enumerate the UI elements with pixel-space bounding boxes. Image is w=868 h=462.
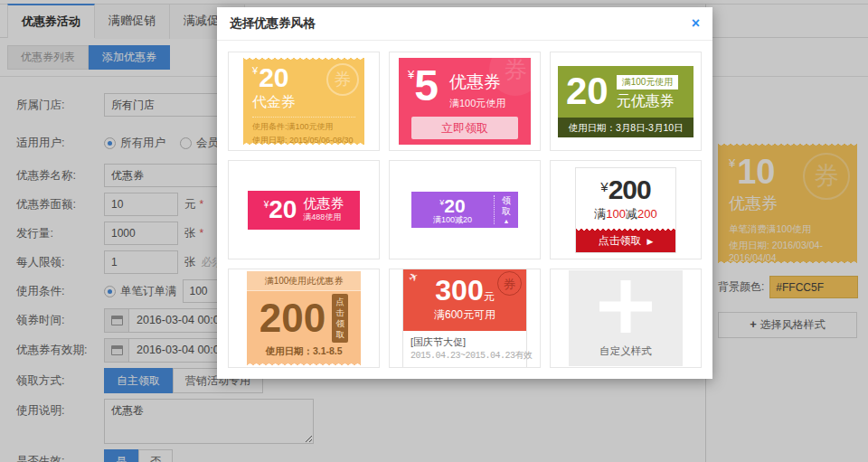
coupon-condition: 满100减20 [411,216,494,224]
coupon-condition-badge: 满100元使用 [617,75,679,90]
coupon-style-card-rose[interactable]: ¥ 20 优惠券 满488使用 [228,160,380,259]
coupon-style-card-purple[interactable]: ¥20 满100减20 领取 ▲ [389,160,541,259]
coupon-white-red: ¥200 满100减200 点击领取▶ [575,167,676,253]
event-label: [国庆节大促] [410,335,519,349]
click-claim-button[interactable]: 点击领取▶ [576,229,675,252]
modal-header: 选择优惠券风格 × [217,7,712,41]
coupon-style-card-orange[interactable]: 满100使用此优惠券 200 点击领取 使用日期：3.1-8.5 [228,269,380,368]
modal-title: 选择优惠券风格 [230,15,316,32]
currency-symbol: ¥ [252,65,258,76]
custom-style-tile: 自定义样式 [569,270,683,366]
amount-value: 5 [414,66,439,106]
coupon-olive: 20 满100元使用 元优惠券 使用日期：3月8日-3月10日 [558,66,693,137]
amount-value: 20 [566,72,609,110]
coupon-rose: ¥ 20 优惠券 满488使用 [248,191,360,230]
coupon-pink: 券 ¥ 5 优惠券 满100元使用 立即领取 [399,58,531,145]
coupon-style-grid: ¥20 代金券 使用条件:满100元使用 使用日期: 2015/05/06-08… [217,41,712,379]
coupon-name: 元优惠券 [617,92,679,111]
coupon-condition: 满488使用 [303,212,344,223]
amount-value: 20 [269,197,297,222]
coupon-gold: ¥20 代金券 使用条件:满100元使用 使用日期: 2015/05/06-08… [243,58,364,145]
coupon-style-card-pink[interactable]: 券 ¥ 5 优惠券 满100元使用 立即领取 [389,52,541,151]
triangle-right-icon: ▶ [647,237,654,246]
amount-value: 200 [609,174,651,204]
amount-value: 20 [444,195,465,216]
triangle-up-icon: ▲ [495,218,518,224]
coupon-style-card-white-red[interactable]: ¥200 满100减200 点击领取▶ [550,160,702,259]
coupon-style-card-red-event[interactable]: ✈ 券 300元 满600元可用 [国庆节大促] 2015.04.23~2015… [389,269,541,368]
coupon-condition: 满100使用此优惠券 [247,271,361,291]
coupon-style-modal: 选择优惠券风格 × ¥20 代金券 使用条件:满100元使用 使用日期: 201… [217,7,712,379]
currency-symbol: ¥ [600,179,608,194]
coupon-purple: ¥20 满100减20 领取 ▲ [411,192,518,228]
coupon-red-event: ✈ 券 300元 满600元可用 [国庆节大促] 2015.04.23~2015… [402,269,527,368]
coupon-condition: 满100元使用 [449,97,505,110]
click-claim-label: 点击领取 [332,294,348,343]
custom-style-label: 自定义样式 [569,344,683,358]
amount-value: 300 [435,274,483,306]
amount-value: 20 [259,62,288,92]
coupon-watermark-icon: 券 [497,271,522,296]
coupon-name: 优惠券 [303,196,344,212]
coupon-name: 代金券 [252,93,355,112]
amount-value: 200 [259,299,326,337]
amount-unit: 元 [484,290,495,303]
coupon-validity: 2015.04.23~2015.04.23有效 [410,349,519,362]
claim-label: 领取 [501,195,512,217]
coupon-condition: 满600元可用 [403,307,526,323]
paper-plane-icon: ✈ [406,269,421,285]
coupon-date: 使用日期: 2015/05/06-08/30 [252,135,355,145]
claim-now-button[interactable]: 立即领取 [411,117,518,139]
coupon-name: 优惠券 [449,71,505,94]
coupon-style-card-custom[interactable]: 自定义样式 [550,269,702,368]
coupon-orange: 满100使用此优惠券 200 点击领取 使用日期：3.1-8.5 [247,271,361,365]
coupon-condition: 满100减200 [576,206,675,222]
coupon-date: 使用日期：3月8日-3月10日 [558,118,693,137]
coupon-condition: 使用条件:满100元使用 [252,121,355,133]
coupon-date: 使用日期：3.1-8.5 [247,345,361,358]
close-icon[interactable]: × [692,16,700,31]
coupon-style-card-gold[interactable]: ¥20 代金券 使用条件:满100元使用 使用日期: 2015/05/06-08… [228,52,380,151]
plus-icon [621,280,631,333]
currency-symbol: ¥ [408,68,414,81]
coupon-watermark-icon: 券 [326,63,359,96]
coupon-style-card-olive[interactable]: 20 满100元使用 元优惠券 使用日期：3月8日-3月10日 [550,52,702,151]
